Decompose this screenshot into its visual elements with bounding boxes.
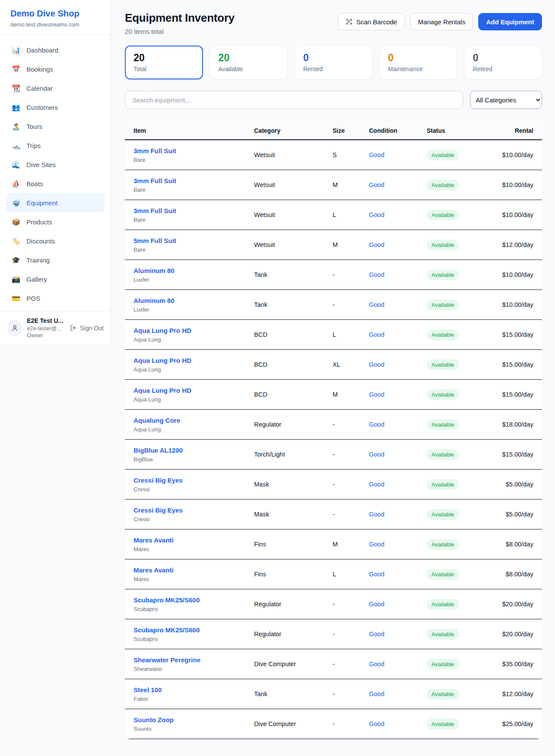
sidebar-item-tours[interactable]: 🏝️ Tours — [6, 117, 104, 136]
item-cell: Cressi Big Eyes Cressi — [134, 477, 254, 493]
item-cell: 3mm Full Suit Bare — [134, 207, 254, 223]
item-name-link[interactable]: Suunto Zoop — [134, 716, 173, 723]
condition-link[interactable]: Good — [369, 481, 384, 488]
condition-link[interactable]: Good — [369, 601, 384, 608]
item-name-link[interactable]: 3mm Full Suit — [134, 177, 176, 184]
condition-link[interactable]: Good — [369, 720, 384, 727]
item-name-link[interactable]: Steel 100 — [134, 686, 162, 694]
condition-link[interactable]: Good — [369, 301, 384, 308]
item-name-link[interactable]: Aqua Lung Pro HD — [134, 387, 191, 394]
item-name-link[interactable]: Mares Avanti — [134, 536, 173, 544]
condition-link[interactable]: Good — [369, 331, 384, 338]
nav-item-icon: ⛵ — [11, 180, 21, 188]
item-name-link[interactable]: 3mm Full Suit — [134, 147, 176, 154]
item-name-link[interactable]: Scubapro MK25/S600 — [134, 596, 200, 604]
sidebar: Demo Dive Shop demo.test.divestreams.com… — [0, 0, 111, 345]
scan-barcode-button[interactable]: Scan Barcode — [338, 13, 405, 30]
status-cell: Available — [427, 659, 491, 670]
item-brand: Aqua Lung — [134, 366, 254, 373]
sidebar-item-boats[interactable]: ⛵ Boats — [6, 174, 104, 193]
stat-card-available[interactable]: 20 Available — [210, 46, 288, 79]
manage-rentals-button[interactable]: Manage Rentals — [410, 13, 473, 30]
size-cell: L — [333, 331, 369, 338]
status-cell: Available — [427, 569, 491, 580]
nav-item-icon: 🤿 — [11, 199, 21, 207]
item-name-link[interactable]: Aluminum 80 — [134, 267, 174, 274]
sidebar-item-bookings[interactable]: 📅 Bookings — [6, 59, 104, 79]
item-brand: Scubapro — [134, 606, 254, 612]
rental-cell: $5.00/day — [491, 481, 533, 488]
stat-card-retired[interactable]: 0 Retired — [464, 46, 542, 79]
nav-item-label: Equipment — [26, 199, 58, 207]
item-name-link[interactable]: Shearwater Peregrine — [134, 656, 200, 664]
sidebar-item-gallery[interactable]: 📸 Gallery — [6, 270, 104, 289]
category-select[interactable]: All Categories — [470, 91, 542, 109]
condition-link[interactable]: Good — [369, 511, 384, 518]
condition-link[interactable]: Good — [369, 451, 384, 458]
stat-card-rented[interactable]: 0 Rented — [294, 46, 372, 79]
status-badge: Available — [427, 509, 459, 520]
condition-link[interactable]: Good — [369, 361, 384, 368]
condition-link[interactable]: Good — [369, 421, 384, 428]
category-cell: Mask — [254, 511, 333, 518]
condition-link[interactable]: Good — [369, 181, 384, 188]
stat-card-maintenance[interactable]: 0 Maintenance — [379, 46, 457, 79]
sidebar-item-equipment[interactable]: 🤿 Equipment — [6, 193, 104, 212]
status-badge: Available — [427, 479, 459, 490]
status-badge: Available — [427, 419, 459, 430]
condition-link[interactable]: Good — [369, 541, 384, 548]
status-cell: Available — [427, 629, 491, 640]
stat-card-total[interactable]: 20 Total — [125, 46, 203, 79]
condition-cell: Good — [369, 151, 427, 159]
sidebar-item-training[interactable]: 🎓 Training — [6, 250, 104, 270]
add-equipment-button[interactable]: Add Equipment — [478, 13, 542, 30]
nav-item-label: Customers — [26, 104, 58, 111]
item-name-link[interactable]: 5mm Full Suit — [134, 237, 176, 244]
sign-out-button[interactable]: Sign Out — [70, 324, 104, 332]
status-cell: Available — [427, 689, 491, 700]
table-row: Steel 100 Faber Tank - Good Available $1… — [125, 679, 542, 709]
rental-cell: $12.00/day — [491, 690, 533, 697]
sidebar-item-customers[interactable]: 👥 Customers — [6, 98, 104, 117]
status-badge: Available — [427, 150, 459, 161]
category-cell: Dive Computer — [254, 661, 333, 667]
item-name-link[interactable]: Aqua Lung Pro HD — [134, 357, 191, 364]
item-name-link[interactable]: 3mm Full Suit — [134, 207, 176, 214]
item-name-link[interactable]: Aqua Lung Pro HD — [134, 327, 191, 334]
item-cell: 3mm Full Suit Bare — [134, 177, 254, 193]
condition-link[interactable]: Good — [369, 211, 384, 218]
item-name-link[interactable]: Mares Avanti — [134, 566, 173, 574]
size-cell: M — [333, 541, 369, 548]
condition-link[interactable]: Good — [369, 690, 384, 697]
item-name-link[interactable]: Aqualung Core — [134, 417, 180, 424]
item-name-link[interactable]: Cressi Big Eyes — [134, 477, 183, 484]
condition-link[interactable]: Good — [369, 661, 384, 667]
status-badge: Available — [427, 539, 459, 550]
nav-item-label: Trips — [26, 142, 41, 149]
sidebar-item-dive-sites[interactable]: 🌊 Dive Sites — [6, 155, 104, 174]
condition-link[interactable]: Good — [369, 151, 384, 158]
condition-link[interactable]: Good — [369, 391, 384, 398]
sidebar-item-pos[interactable]: 💳 POS — [6, 289, 104, 308]
sidebar-item-discounts[interactable]: 🏷️ Discounts — [6, 231, 104, 250]
search-input[interactable] — [125, 91, 463, 109]
sidebar-item-trips[interactable]: 🛥️ Trips — [6, 136, 104, 155]
sidebar-item-products[interactable]: 📦 Products — [6, 212, 104, 231]
condition-link[interactable]: Good — [369, 571, 384, 578]
nav-item-label: Dive Sites — [26, 161, 56, 168]
sidebar-item-calendar[interactable]: 📆 Calendar — [6, 79, 104, 98]
condition-link[interactable]: Good — [369, 241, 384, 248]
item-name-link[interactable]: Scubapro MK25/S600 — [134, 626, 200, 634]
person-icon — [10, 324, 19, 332]
shop-header: Demo Dive Shop demo.test.divestreams.com — [0, 0, 111, 35]
size-cell: - — [333, 301, 369, 308]
item-name-link[interactable]: BigBlue AL1200 — [134, 447, 183, 454]
item-brand: Scubapro — [134, 636, 254, 642]
sidebar-item-dashboard[interactable]: 📊 Dashboard — [6, 40, 104, 59]
item-name-link[interactable]: Aluminum 80 — [134, 297, 174, 304]
item-cell: Suunto Zoop Suunto — [134, 716, 254, 732]
item-name-link[interactable]: Cressi Big Eyes — [134, 506, 183, 514]
condition-link[interactable]: Good — [369, 631, 384, 638]
condition-link[interactable]: Good — [369, 271, 384, 278]
status-badge: Available — [427, 659, 459, 670]
